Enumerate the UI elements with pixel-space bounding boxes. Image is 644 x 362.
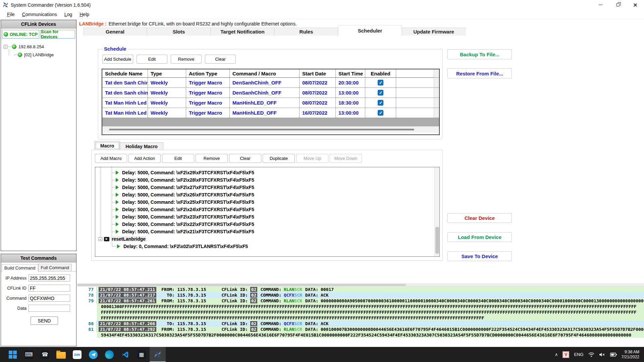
online-status[interactable]: ONLINE: TCP	[2, 30, 39, 39]
taskbar-icon-dark-app[interactable]: ▦	[133, 347, 150, 362]
scrollbar-thumb[interactable]	[109, 129, 414, 130]
clock[interactable]: 9:38 AM 7/21/2022	[622, 350, 639, 360]
taskbar-icon-telegram[interactable]	[85, 347, 101, 362]
battery-icon[interactable]	[610, 353, 617, 357]
collapse-icon[interactable]: -	[99, 237, 102, 241]
macro-button[interactable]: Clear	[229, 154, 261, 163]
backup-to-file-button[interactable]: Backup To File...	[447, 49, 512, 59]
close-button[interactable]	[627, 0, 644, 10]
macro-tab[interactable]: Macro	[95, 141, 120, 150]
macro-button[interactable]: Add Action	[128, 154, 161, 163]
scrollbar-thumb[interactable]	[77, 284, 406, 286]
schedule-button[interactable]: Clear	[205, 55, 236, 64]
macro-button[interactable]: Move Down	[330, 154, 362, 163]
scrollbar-thumb[interactable]	[435, 227, 439, 254]
restore-button[interactable]	[609, 0, 627, 10]
schedule-button[interactable]: Add Schedule	[102, 55, 133, 64]
tray-v-app-icon[interactable]: V	[562, 351, 569, 358]
start-button[interactable]	[5, 347, 21, 362]
macro-action-item[interactable]: Delay: 5000, Command: \xF2\x23\xF3TCFXRS…	[95, 213, 434, 221]
macro-action-item[interactable]: Delay: 5000, Command: \xF2\x27\xF3TCFXRS…	[95, 184, 434, 191]
field-input[interactable]: FF	[29, 285, 70, 292]
menu-item[interactable]: Help	[76, 11, 93, 18]
macro-action-item[interactable]: Delay: 5000, Command: \xF2\x21\xF3TCFXRS…	[95, 228, 434, 235]
send-button[interactable]: SEND	[31, 316, 58, 325]
macro-action-item[interactable]: Delay: 5000, Command: \xF2\x26\xF3TCFXRS…	[95, 191, 434, 198]
macro-button[interactable]: Move Up	[296, 154, 328, 163]
col-enabled[interactable]: Enabled	[365, 69, 396, 78]
main-tab[interactable]: ✓ General	[83, 27, 147, 36]
col-schedule-name[interactable]: Schedule Name	[102, 69, 148, 78]
field-input[interactable]: 255.255.255.255	[29, 275, 70, 282]
clear-device-button[interactable]: Clear Device	[447, 213, 512, 223]
device-tree-root[interactable]: - 192.68.8.254	[4, 43, 75, 51]
language-indicator[interactable]: ENG	[574, 352, 583, 357]
enabled-checkbox[interactable]	[378, 80, 383, 85]
macro-group-node[interactable]: - resetLanbridge	[95, 235, 434, 243]
scan-for-devices-button[interactable]: Scan for Devices	[41, 30, 75, 39]
minimize-button[interactable]	[592, 0, 609, 10]
macro-action-item[interactable]: Delay: 5000, Command: \xF2\x29\xF3TCFXRS…	[95, 169, 434, 176]
col-action-type[interactable]: Action Type	[186, 69, 230, 78]
taskbar-icon-phone-app[interactable]: ☎	[37, 347, 53, 362]
main-tab[interactable]: ✓ Slots	[147, 27, 211, 36]
menu-item[interactable]: Log	[61, 11, 76, 18]
enabled-checkbox[interactable]	[378, 90, 383, 96]
table-horizontal-scrollbar[interactable]	[102, 126, 439, 133]
device-tree-child[interactable]: [02] LANBridge	[4, 51, 75, 59]
schedule-button[interactable]: Edit	[137, 55, 167, 64]
main-tab[interactable]: ✓ Update Firmware	[402, 27, 466, 36]
taskbar-icon-zalo[interactable]: Zalo	[69, 347, 85, 362]
main-tab[interactable]: ✓ Scheduler	[338, 25, 402, 36]
log-horizontal-scrollbar[interactable]	[77, 283, 644, 287]
taskbar-icon-system-commander[interactable]	[150, 347, 166, 362]
volume-muted-icon[interactable]	[599, 352, 605, 357]
enabled-checkbox[interactable]	[378, 100, 383, 106]
macro-action-item[interactable]: Delay: 5000, Command: \xF2\x25\xF3TCFXRS…	[95, 198, 434, 206]
schedule-row[interactable]: Tat den Sanh chin... Weekly Trigger Macr…	[102, 88, 439, 98]
load-from-device-button[interactable]: Load From Device	[447, 232, 512, 242]
col-type[interactable]: Type	[148, 69, 186, 78]
restore-from-file-button[interactable]: Restore From File...	[447, 68, 512, 78]
schedule-row[interactable]: Tat Man Hinh Led ... Weekly Trigger Macr…	[102, 98, 439, 108]
taskbar-icon-file-explorer[interactable]	[53, 347, 69, 362]
test-commands-tab[interactable]: Full Command	[38, 264, 72, 271]
test-commands-tab[interactable]: Build Command	[2, 264, 38, 272]
save-to-device-button[interactable]: Save To Device	[447, 251, 512, 261]
menu-item[interactable]: Communications	[18, 11, 61, 18]
field-input[interactable]: QCFXWHO	[29, 295, 70, 302]
log-row[interactable]: 79 21/07/22 08:57:47.261 FROM: 115.78.3.…	[77, 298, 644, 304]
main-tab[interactable]: ✓ Rules	[274, 27, 338, 36]
macro-action-item[interactable]: Delay: 0, Command: \xF2\x02\xF3TLANRST\x…	[95, 243, 434, 250]
macro-action-item[interactable]: Delay: 5000, Command: \xF2\x28\xF3TCFXRS…	[95, 176, 434, 184]
taskbar-icon-edge[interactable]	[101, 347, 117, 362]
log-row[interactable]: 80 21/07/22 08:57:47.266 TO: 115.78.3.15…	[77, 321, 644, 326]
macro-action-item[interactable]: Delay: 5000, Command: \xF2\x24\xF3TCFXRS…	[95, 206, 434, 213]
wifi-icon[interactable]	[588, 352, 594, 357]
macro-button[interactable]: Edit	[162, 154, 194, 163]
macro-tree-scrollbar[interactable]	[434, 167, 439, 256]
taskbar-icon-vscode[interactable]	[117, 347, 133, 362]
macro-button[interactable]: Add Macro	[95, 154, 127, 163]
macro-button[interactable]: Remove	[196, 154, 228, 163]
menu-item[interactable]: File	[3, 11, 18, 18]
macro-button[interactable]: Duplicate	[263, 154, 295, 163]
field-input[interactable]	[29, 305, 70, 312]
table-vertical-scrollbar[interactable]	[434, 69, 439, 78]
col-start-date[interactable]: Start Date	[300, 69, 336, 78]
tray-chevron-icon[interactable]: ∧	[555, 352, 558, 357]
macro-tab[interactable]: Holiday Macro	[120, 142, 163, 150]
col-command-macro[interactable]: Command / Macro	[230, 69, 300, 78]
taskbar-icon-typewriter-app[interactable]: ⌨	[21, 347, 37, 362]
schedule-button[interactable]: Remove	[171, 55, 202, 64]
macro-action-item[interactable]: Delay: 5000, Command: \xF2\x22\xF3TCFXRS…	[95, 221, 434, 228]
col-start-time[interactable]: Start Time	[336, 69, 365, 78]
log-row[interactable]: 77 21/07/22 08:57:47.211 FROM: 115.78.3.…	[77, 287, 644, 292]
schedule-row[interactable]: Tat den Sanh Chin... Weekly Trigger Macr…	[102, 78, 439, 88]
main-tab[interactable]: ✓ Target Notification	[211, 27, 274, 36]
collapse-icon[interactable]: -	[4, 45, 7, 49]
schedule-row[interactable]: Tat Man Hinh Led T7 Weekly Trigger Macro…	[102, 108, 439, 118]
log-row[interactable]: 81 21/07/22 08:57:47.292 FROM: 115.78.3.…	[77, 326, 644, 332]
enabled-checkbox[interactable]	[378, 110, 383, 116]
log-row[interactable]: 78 21/07/22 08:57:47.217 TO: 115.78.3.15…	[77, 292, 644, 298]
